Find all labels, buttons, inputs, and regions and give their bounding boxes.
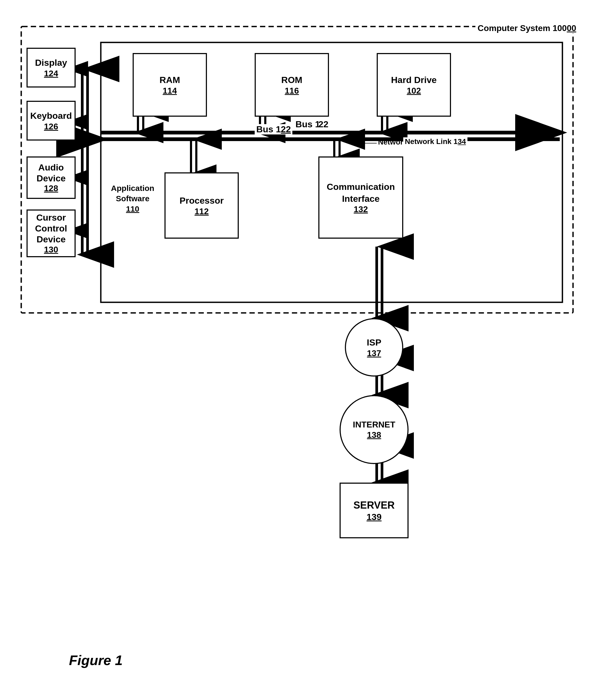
svg-text:22: 22: [318, 119, 328, 129]
rom-number: 116: [285, 86, 299, 96]
network-link-label: Network Link 134: [403, 137, 468, 146]
cursor-label: CursorControlDevice: [35, 212, 67, 245]
ram-number: 114: [162, 86, 177, 96]
internet-number: 138: [367, 430, 381, 440]
hd-label: Hard Drive: [391, 74, 437, 85]
cursor-number: 130: [44, 245, 58, 254]
internet-label: INTERNET: [353, 419, 395, 431]
isp-number: 137: [367, 348, 381, 358]
isp-label: ISP: [367, 337, 381, 348]
comm-interface-box: CommunicationInterface 132: [318, 156, 403, 239]
comm-number: 132: [354, 205, 368, 214]
diagram-container: Bus 1 22 Network Link 1 34 Co: [16, 16, 600, 679]
bus-label: Bus 122: [255, 124, 292, 134]
display-label: Display: [35, 57, 67, 68]
audio-label: AudioDevice: [37, 162, 66, 184]
app-software-number: 110: [126, 205, 139, 213]
isp-node: ISP 137: [345, 318, 403, 377]
comm-label: CommunicationInterface: [327, 181, 395, 204]
server-box: SERVER 139: [340, 483, 408, 538]
hard-drive-box: Hard Drive 102: [377, 53, 451, 117]
keyboard-number: 126: [44, 122, 58, 132]
audio-number: 128: [44, 184, 58, 193]
ram-box: RAM 114: [133, 53, 207, 117]
display-number: 124: [44, 69, 58, 79]
keyboard-box: Keyboard 126: [27, 101, 76, 141]
processor-number: 112: [195, 207, 209, 216]
server-label: SERVER: [353, 499, 395, 512]
internet-node: INTERNET 138: [340, 395, 408, 464]
display-box: Display 124: [27, 48, 76, 88]
processor-label: Processor: [180, 195, 224, 206]
cursor-control-box: CursorControlDevice 130: [27, 210, 76, 257]
ram-label: RAM: [159, 74, 180, 85]
server-number: 139: [367, 512, 382, 522]
rom-box: ROM 116: [255, 53, 329, 117]
svg-text:Bus 1: Bus 1: [296, 119, 320, 129]
keyboard-label: Keyboard: [30, 110, 72, 121]
rom-label: ROM: [281, 74, 302, 85]
processor-box: Processor 112: [165, 172, 239, 239]
figure-label: Figure 1: [69, 652, 122, 668]
audio-device-box: AudioDevice 128: [27, 156, 76, 199]
app-software-label: ApplicationSoftware110: [106, 183, 159, 214]
computer-system-label: Computer System 10000: [475, 23, 578, 33]
hd-number: 102: [407, 86, 421, 96]
